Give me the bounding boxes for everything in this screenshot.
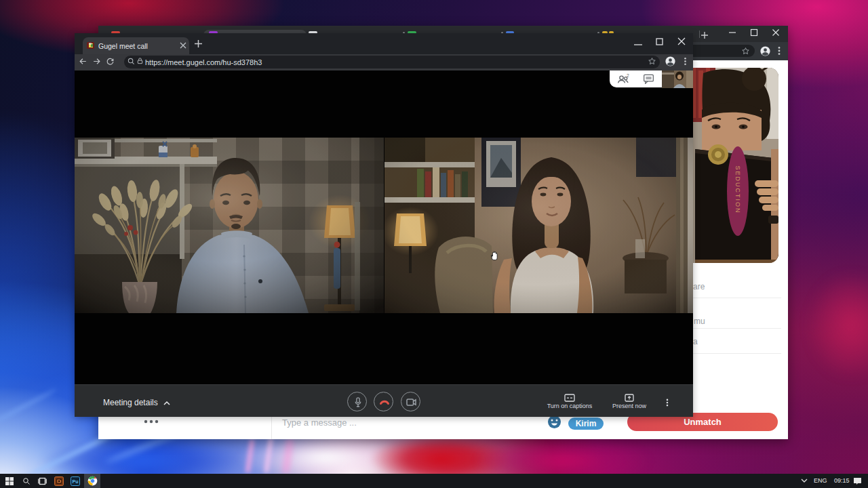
svg-text:SEDUCTION: SEDUCTION [734,165,741,214]
svg-text:2: 2 [627,73,629,78]
svg-text:Pu: Pu [73,479,79,484]
